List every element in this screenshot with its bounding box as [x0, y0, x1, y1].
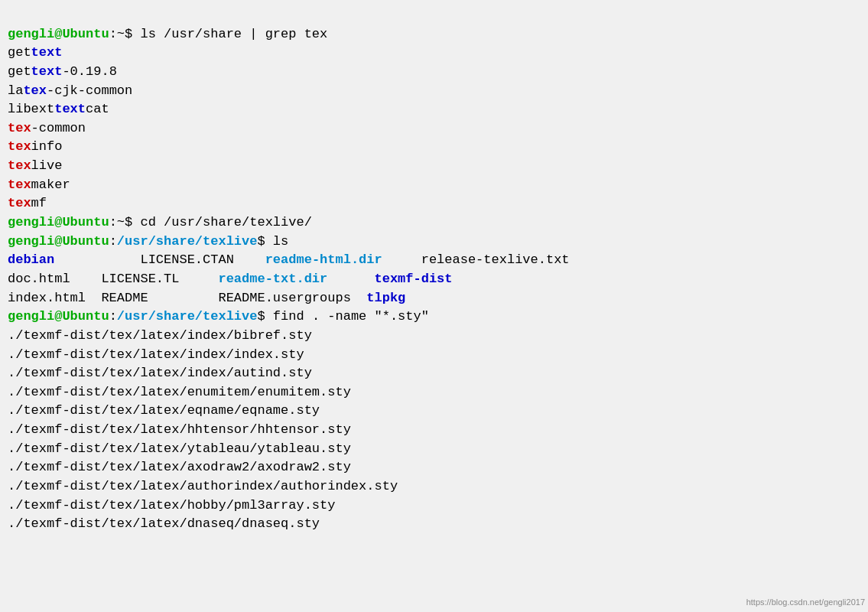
terminal-line-f9: ./texmf-dist/tex/latex/authorindex/autho…: [8, 477, 860, 496]
terminal-line-ls3: index.html README README.usergroups tlpk…: [8, 289, 860, 308]
terminal-line-out2: gettext-0.19.8: [8, 63, 860, 82]
terminal-line-out6: texinfo: [8, 138, 860, 157]
terminal-line-f7: ./texmf-dist/tex/latex/ytableau/ytableau…: [8, 440, 860, 459]
terminal-line-f10: ./texmf-dist/tex/latex/hobby/pml3array.s…: [8, 496, 860, 516]
terminal-line-f5: ./texmf-dist/tex/latex/eqname/eqname.sty: [8, 402, 860, 421]
terminal-line-out5: tex-common: [8, 119, 860, 138]
terminal-line-f4: ./texmf-dist/tex/latex/enumitem/enumitem…: [8, 383, 860, 402]
terminal-line-out7: texlive: [8, 157, 860, 176]
terminal-line-f2: ./texmf-dist/tex/latex/index/index.sty: [8, 346, 860, 365]
terminal-line-f1: ./texmf-dist/tex/latex/index/bibref.sty: [8, 327, 860, 346]
terminal-line-out4: libexttextcat: [8, 100, 860, 119]
terminal-line-cmd3: gengli@Ubuntu:/usr/share/texlive$ ls: [8, 233, 860, 252]
terminal-line-ls2: doc.html LICENSE.TL readme-txt.dir texmf…: [8, 270, 860, 289]
terminal-line-cmd1: gengli@Ubuntu:~$ ls /usr/share | grep te…: [8, 25, 860, 44]
terminal-line-f6: ./texmf-dist/tex/latex/hhtensor/hhtensor…: [8, 421, 860, 440]
terminal-line-out3: latex-cjk-common: [8, 82, 860, 101]
terminal-line-cmd2: gengli@Ubuntu:~$ cd /usr/share/texlive/: [8, 213, 860, 233]
terminal-line-f11: ./texmf-dist/tex/latex/dnaseq/dnaseq.sty: [8, 515, 860, 534]
terminal-line-ls1: debian LICENSE.CTAN readme-html.dir rele…: [8, 251, 860, 270]
terminal-line-out8: texmaker: [8, 176, 860, 195]
terminal-line-f3: ./texmf-dist/tex/latex/index/autind.sty: [8, 364, 860, 383]
terminal-line-out9: texmf: [8, 194, 860, 213]
terminal-line-out1: gettext: [8, 44, 860, 63]
terminal-window: gengli@Ubuntu:~$ ls /usr/share | grep te…: [8, 6, 860, 534]
terminal-line-cmd4: gengli@Ubuntu:/usr/share/texlive$ find .…: [8, 308, 860, 327]
terminal-line-f8: ./texmf-dist/tex/latex/axodraw2/axodraw2…: [8, 458, 860, 477]
watermark: https://blog.csdn.net/gengli2017: [746, 597, 865, 609]
